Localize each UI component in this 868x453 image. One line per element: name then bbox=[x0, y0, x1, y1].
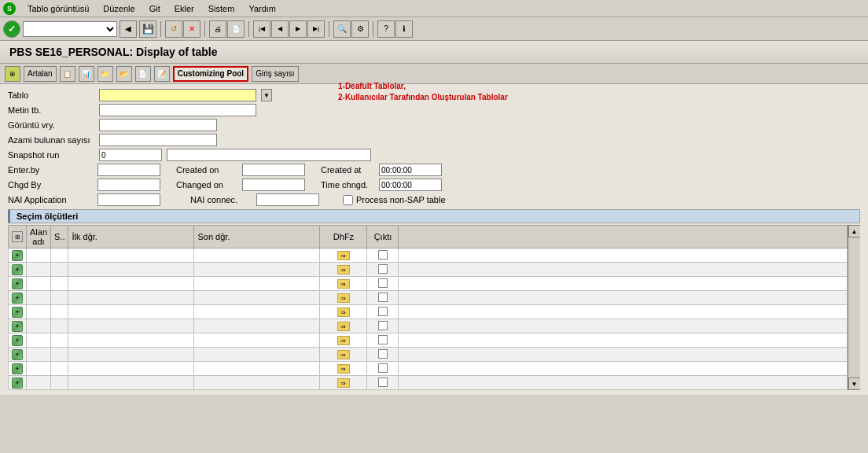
process-non-sap-label: Process non-SAP table bbox=[356, 195, 446, 204]
menu-ekler[interactable]: Ekler bbox=[172, 3, 197, 14]
arrow-icon[interactable]: ⇒ bbox=[337, 308, 350, 317]
menu-yardim[interactable]: Yardım bbox=[246, 3, 278, 14]
find-button[interactable]: 🔍 bbox=[333, 20, 351, 38]
arrow-icon[interactable]: ⇒ bbox=[337, 364, 350, 374]
metin-input[interactable] bbox=[99, 104, 256, 116]
arrow-icon[interactable]: ⇒ bbox=[337, 322, 350, 331]
azami-input[interactable] bbox=[99, 134, 217, 146]
execute-button[interactable]: ✓ bbox=[3, 20, 20, 38]
enter-by-input[interactable] bbox=[97, 164, 160, 176]
lookup-icon[interactable]: ✦ bbox=[12, 293, 23, 304]
arrow-icon[interactable]: ⇒ bbox=[337, 293, 350, 303]
nai-app-group: NAI Application bbox=[8, 193, 160, 206]
customizing-pool-button[interactable]: Customizing Pool bbox=[173, 66, 248, 82]
tablo-browse-btn[interactable]: ▼ bbox=[261, 89, 272, 101]
menu-git[interactable]: Git bbox=[147, 3, 163, 14]
selection-table: ⊞ Alan adı S.. İlk dğr. Son dğr. bbox=[8, 225, 848, 390]
next-page-button[interactable]: ▶ bbox=[289, 20, 307, 38]
menu-tablo-goruntusu[interactable]: Tablo görüntüsü bbox=[25, 3, 91, 14]
refresh-button[interactable]: ↺ bbox=[165, 20, 182, 38]
output-checkbox[interactable] bbox=[378, 335, 388, 344]
snapshot-text-input[interactable] bbox=[167, 149, 371, 161]
snapshot-row: Snapshot run bbox=[8, 149, 860, 161]
settings-button[interactable]: ⚙ bbox=[351, 20, 369, 38]
first-page-button[interactable]: |◀ bbox=[253, 20, 270, 38]
changed-on-input[interactable] bbox=[242, 179, 305, 191]
output-checkbox[interactable] bbox=[378, 378, 388, 387]
lookup-icon[interactable]: ✦ bbox=[12, 307, 23, 318]
nai-app-input[interactable] bbox=[97, 193, 160, 206]
output-checkbox[interactable] bbox=[378, 349, 388, 359]
artalan-icon-btn[interactable]: ⊕ bbox=[5, 66, 20, 82]
lookup-icon[interactable]: ✦ bbox=[12, 321, 23, 332]
help-group: ? ℹ bbox=[377, 20, 413, 38]
arrow-icon[interactable]: ⇒ bbox=[337, 336, 350, 345]
lookup-icon[interactable]: ✦ bbox=[12, 250, 23, 261]
table-icon-6[interactable]: 📝 bbox=[154, 66, 170, 82]
giris-sayisi-button[interactable]: Giriş sayısı bbox=[252, 66, 298, 82]
output-checkbox[interactable] bbox=[378, 293, 388, 302]
nav-back-button[interactable]: ◀ bbox=[120, 20, 137, 38]
created-on-input[interactable] bbox=[242, 164, 305, 176]
tablo-input[interactable] bbox=[99, 89, 256, 101]
scroll-down-btn[interactable]: ▼ bbox=[848, 378, 861, 390]
print-group: 🖨 📄 bbox=[209, 20, 245, 38]
nai-conn-group: NAI connec. bbox=[190, 193, 319, 206]
output-checkbox[interactable] bbox=[378, 307, 388, 316]
goruntu-input[interactable] bbox=[99, 119, 217, 131]
output-checkbox[interactable] bbox=[378, 250, 388, 260]
output-checkbox[interactable] bbox=[378, 363, 388, 373]
lookup-icon[interactable]: ✦ bbox=[12, 264, 23, 275]
arrow-icon[interactable]: ⇒ bbox=[337, 279, 350, 289]
lookup-icon[interactable]: ✦ bbox=[12, 378, 23, 389]
menu-duzenle[interactable]: Düzenle bbox=[101, 3, 137, 14]
scroll-up-btn[interactable]: ▲ bbox=[848, 225, 861, 238]
help-button[interactable]: ? bbox=[377, 20, 395, 38]
table-icon-3[interactable]: 📁 bbox=[97, 66, 113, 82]
info-button[interactable]: ℹ bbox=[395, 20, 413, 38]
sap-logo: S bbox=[3, 2, 16, 15]
table-icon-4[interactable]: 📂 bbox=[116, 66, 132, 82]
time-chngd-input[interactable] bbox=[379, 179, 442, 191]
arrow-icon[interactable]: ⇒ bbox=[337, 251, 350, 260]
menu-sistem[interactable]: Sistem bbox=[206, 3, 237, 14]
table-row: ✦ ⇒ bbox=[9, 333, 848, 348]
tablo-label: Tablo bbox=[8, 90, 94, 100]
lookup-icon[interactable]: ✦ bbox=[12, 363, 23, 374]
grid-settings-icon[interactable]: ⊞ bbox=[12, 231, 23, 242]
arrow-icon[interactable]: ⇒ bbox=[337, 265, 350, 274]
chgd-by-group: Chgd By bbox=[8, 179, 160, 191]
chgd-row: Chgd By Changed on Time chngd. bbox=[8, 179, 860, 191]
print-button[interactable]: 🖨 bbox=[209, 20, 226, 38]
process-non-sap-checkbox[interactable] bbox=[343, 195, 353, 205]
print2-button[interactable]: 📄 bbox=[227, 20, 245, 38]
enter-group: Enter.by bbox=[8, 164, 160, 176]
table-row: ✦ ⇒ bbox=[9, 263, 848, 277]
output-checkbox[interactable] bbox=[378, 321, 388, 330]
lookup-icon[interactable]: ✦ bbox=[12, 335, 23, 346]
chgd-by-input[interactable] bbox=[97, 179, 160, 191]
output-checkbox[interactable] bbox=[378, 278, 388, 288]
arrow-icon[interactable]: ⇒ bbox=[337, 378, 350, 388]
arrow-icon[interactable]: ⇒ bbox=[337, 350, 350, 359]
lookup-icon[interactable]: ✦ bbox=[12, 278, 23, 289]
table-icon-1[interactable]: 📋 bbox=[60, 66, 75, 82]
artalan-button[interactable]: Artalan bbox=[24, 66, 57, 82]
separator-3 bbox=[248, 21, 249, 37]
form-section: Tablo ▼ Metin tb. Görüntü vry. Azami bul… bbox=[8, 89, 860, 206]
created-at-input[interactable] bbox=[379, 164, 442, 176]
stop-button[interactable]: ✕ bbox=[183, 20, 200, 38]
last-page-button[interactable]: ▶| bbox=[307, 20, 325, 38]
vertical-scrollbar[interactable]: ▲ ▼ bbox=[848, 225, 860, 390]
save-button[interactable]: 💾 bbox=[139, 20, 156, 38]
command-field[interactable] bbox=[23, 21, 117, 37]
table-icon-5[interactable]: 📄 bbox=[135, 66, 151, 82]
snapshot-input[interactable] bbox=[99, 149, 162, 161]
nai-conn-input[interactable] bbox=[256, 193, 319, 206]
table-icon-2[interactable]: 📊 bbox=[79, 66, 94, 82]
output-checkbox[interactable] bbox=[378, 264, 388, 274]
lookup-icon[interactable]: ✦ bbox=[12, 349, 23, 360]
th-dhfz: DhFz bbox=[320, 226, 367, 249]
separator-4 bbox=[329, 21, 329, 37]
prev-page-button[interactable]: ◀ bbox=[271, 20, 289, 38]
